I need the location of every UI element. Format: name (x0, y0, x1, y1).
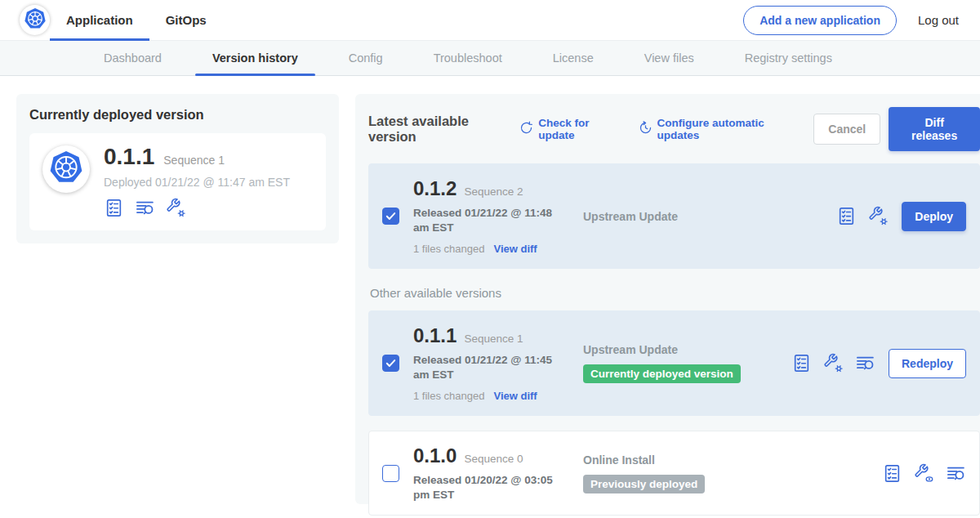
files-changed-label: 1 files changed (413, 243, 484, 255)
currently-deployed-badge: Currently deployed version (583, 364, 741, 383)
tab-troubleshoot[interactable]: Troubleshoot (416, 41, 519, 75)
preflight-checklist-icon[interactable] (836, 206, 857, 226)
topnav-tab-gitops[interactable]: GitOps (149, 0, 223, 41)
tab-label: Config (349, 51, 383, 65)
edit-config-icon[interactable] (823, 353, 844, 373)
version-info: 0.1.2 Sequence 2 Released 01/21/22 @ 11:… (413, 177, 583, 255)
tab-label: Troubleshoot (434, 51, 502, 65)
version-history-panel: Latest available version Check for updat… (355, 94, 980, 504)
redeploy-button[interactable]: Redeploy (889, 349, 966, 378)
version-info: 0.1.0 Sequence 0 Released 01/20/22 @ 03:… (413, 444, 583, 502)
tab-label: License (553, 51, 594, 65)
add-new-application-button[interactable]: Add a new application (743, 6, 897, 35)
tab-label: Registry settings (745, 51, 832, 65)
sequence-label: Sequence 2 (464, 185, 523, 198)
check-for-update-label: Check for update (538, 117, 618, 141)
configure-updates-label: Configure automatic updates (657, 117, 795, 141)
version-checkbox[interactable] (382, 208, 399, 225)
main-content: Currently deployed version 0.1.1 Sequenc… (0, 76, 980, 504)
version-row-0-1-1: 0.1.1 Sequence 1 Released 01/21/22 @ 11:… (368, 310, 980, 416)
schedule-update-icon (639, 121, 653, 137)
view-logs-icon[interactable] (135, 198, 155, 218)
files-changed-label: 1 files changed (413, 390, 484, 402)
topnav-tab-application[interactable]: Application (50, 0, 149, 41)
version-number: 0.1.1 (104, 144, 154, 170)
sequence-label: Sequence 1 (163, 154, 225, 167)
checkmark-icon (385, 210, 397, 222)
released-timestamp: Released 01/21/22 @ 11:48 am EST (413, 206, 570, 234)
version-source-column: Upstream Update Currently deployed versi… (583, 343, 791, 383)
version-source-label: Upstream Update (583, 343, 791, 356)
other-versions-label: Other available versions (370, 286, 978, 300)
version-row-actions (882, 463, 966, 484)
version-number: 0.1.1 (413, 324, 457, 347)
released-timestamp: Released 01/20/22 @ 03:05 pm EST (413, 473, 570, 502)
view-diff-link[interactable]: View diff (493, 390, 537, 402)
tab-dashboard[interactable]: Dashboard (87, 41, 179, 75)
preflight-checklist-icon[interactable] (882, 463, 902, 484)
deployed-version-card: 0.1.1 Sequence 1 Deployed 01/21/22 @ 11:… (29, 133, 326, 230)
version-checkbox[interactable] (382, 465, 399, 482)
edit-config-icon[interactable] (868, 206, 889, 226)
latest-version-header: Latest available version Check for updat… (368, 107, 980, 151)
app-tab-bar: Dashboard Version history Config Trouble… (0, 41, 980, 76)
view-diff-link[interactable]: View diff (493, 243, 537, 255)
released-timestamp: Released 01/21/22 @ 11:45 am EST (413, 353, 570, 382)
preflight-checklist-icon[interactable] (791, 353, 812, 373)
version-source-label: Upstream Update (583, 210, 791, 223)
view-logs-icon[interactable] (855, 353, 875, 373)
refresh-icon (519, 121, 533, 137)
tab-registry-settings[interactable]: Registry settings (728, 41, 849, 75)
preflight-checklist-icon[interactable] (104, 198, 124, 218)
topnav-tab-label: GitOps (166, 13, 207, 27)
version-number: 0.1.2 (413, 177, 457, 200)
sequence-label: Sequence 0 (464, 453, 523, 465)
tab-config[interactable]: Config (332, 41, 400, 75)
configure-automatic-updates-link[interactable]: Configure automatic updates (639, 117, 795, 141)
version-source-column: Online Install Previously deployed (583, 453, 791, 493)
previously-deployed-badge: Previously deployed (583, 475, 705, 493)
app-logo (20, 5, 50, 35)
currently-deployed-title: Currently deployed version (29, 107, 326, 123)
view-config-icon[interactable] (914, 463, 934, 484)
deployed-version-actions (104, 198, 290, 218)
tab-version-history[interactable]: Version history (195, 41, 315, 75)
tab-label: Version history (212, 51, 298, 65)
cancel-button[interactable]: Cancel (813, 114, 880, 145)
version-info: 0.1.1 Sequence 1 Released 01/21/22 @ 11:… (413, 324, 583, 402)
tab-view-files[interactable]: View files (627, 41, 711, 75)
version-row-actions (836, 206, 889, 226)
kubernetes-logo-icon (23, 7, 47, 34)
check-for-update-link[interactable]: Check for update (519, 117, 618, 141)
tab-label: View files (644, 51, 694, 65)
version-row-actions (791, 353, 875, 373)
version-row-0-1-0: 0.1.0 Sequence 0 Released 01/20/22 @ 03:… (368, 431, 980, 516)
tab-license[interactable]: License (536, 41, 611, 75)
top-nav: Application GitOps Add a new application… (0, 0, 980, 41)
deployed-timestamp: Deployed 01/21/22 @ 11:47 am EST (104, 176, 290, 189)
version-checkbox[interactable] (382, 355, 399, 372)
deploy-button[interactable]: Deploy (902, 202, 966, 231)
view-logs-icon[interactable] (946, 463, 966, 484)
tab-label: Dashboard (104, 51, 162, 65)
logout-button[interactable]: Log out (918, 13, 959, 27)
version-number: 0.1.0 (413, 444, 457, 467)
currently-deployed-panel: Currently deployed version 0.1.1 Sequenc… (16, 94, 339, 243)
deployed-version-info: 0.1.1 Sequence 1 Deployed 01/21/22 @ 11:… (104, 144, 290, 218)
app-logo (42, 145, 90, 193)
checkmark-icon (385, 357, 397, 369)
latest-version-title: Latest available version (368, 114, 506, 145)
version-source-column: Upstream Update (583, 210, 791, 223)
version-row-0-1-2: 0.1.2 Sequence 2 Released 01/21/22 @ 11:… (368, 163, 980, 269)
edit-config-icon[interactable] (166, 198, 186, 218)
kubernetes-logo-icon (47, 149, 85, 190)
sequence-label: Sequence 1 (464, 333, 523, 345)
topnav-tab-label: Application (66, 13, 133, 27)
diff-releases-button[interactable]: Diff releases (889, 107, 980, 151)
version-source-label: Online Install (583, 453, 791, 467)
